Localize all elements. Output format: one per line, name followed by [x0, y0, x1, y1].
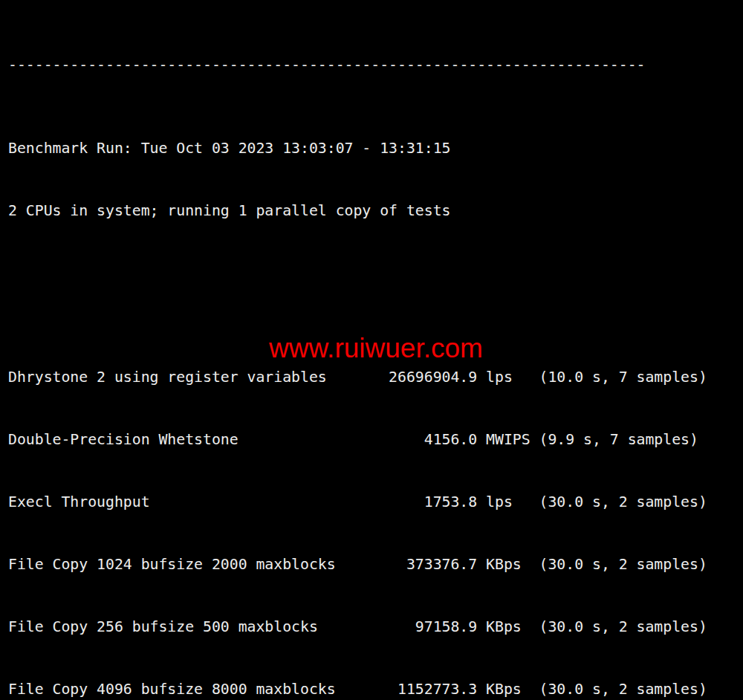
test-sample-info: (9.9 s, 7 samples) — [539, 430, 698, 450]
test-unit: KBps — [486, 554, 522, 575]
benchmark-run-text: Benchmark Run: Tue Oct 03 2023 13:03:07 … — [8, 138, 450, 159]
result-row: File Copy 4096 bufsize 8000 maxblocks 11… — [8, 679, 740, 700]
test-value: 1753.8 — [8, 492, 477, 513]
cpu-info-text: 2 CPUs in system; running 1 parallel cop… — [8, 201, 450, 221]
test-value: 26696904.9 — [8, 367, 477, 388]
test-unit: KBps — [486, 679, 522, 700]
blank-line — [8, 284, 740, 305]
test-sample-info: (30.0 s, 2 samples) — [539, 617, 707, 638]
test-unit: lps — [486, 492, 513, 513]
test-value: 97158.9 — [8, 617, 477, 638]
separator-top: ----------------------------------------… — [8, 55, 740, 76]
test-sample-info: (30.0 s, 2 samples) — [539, 679, 707, 700]
result-row: Execl Throughput 1753.8 lps (30.0 s, 2 s… — [8, 492, 740, 513]
result-row: File Copy 1024 bufsize 2000 maxblocks 37… — [8, 554, 740, 575]
test-unit: lps — [486, 367, 513, 388]
result-row: Dhrystone 2 using register variables 266… — [8, 367, 740, 388]
watermark: www.ruiwuer.com — [269, 334, 483, 362]
test-unit: MWIPS — [486, 430, 531, 450]
result-row: File Copy 256 bufsize 500 maxblocks 9715… — [8, 617, 740, 638]
test-sample-info: (30.0 s, 2 samples) — [539, 554, 707, 575]
test-value: 4156.0 — [8, 430, 477, 450]
cpu-info-line: 2 CPUs in system; running 1 parallel cop… — [8, 201, 740, 221]
test-value: 373376.7 — [8, 554, 477, 575]
test-sample-info: (10.0 s, 7 samples) — [539, 367, 707, 388]
test-sample-info: (30.0 s, 2 samples) — [539, 492, 707, 513]
test-unit: KBps — [486, 617, 522, 638]
separator-dashes: ----------------------------------------… — [8, 55, 645, 76]
result-row: Double-Precision Whetstone 4156.0 MWIPS … — [8, 430, 740, 450]
benchmark-run-line: Benchmark Run: Tue Oct 03 2023 13:03:07 … — [8, 138, 740, 159]
test-value: 1152773.3 — [8, 679, 477, 700]
